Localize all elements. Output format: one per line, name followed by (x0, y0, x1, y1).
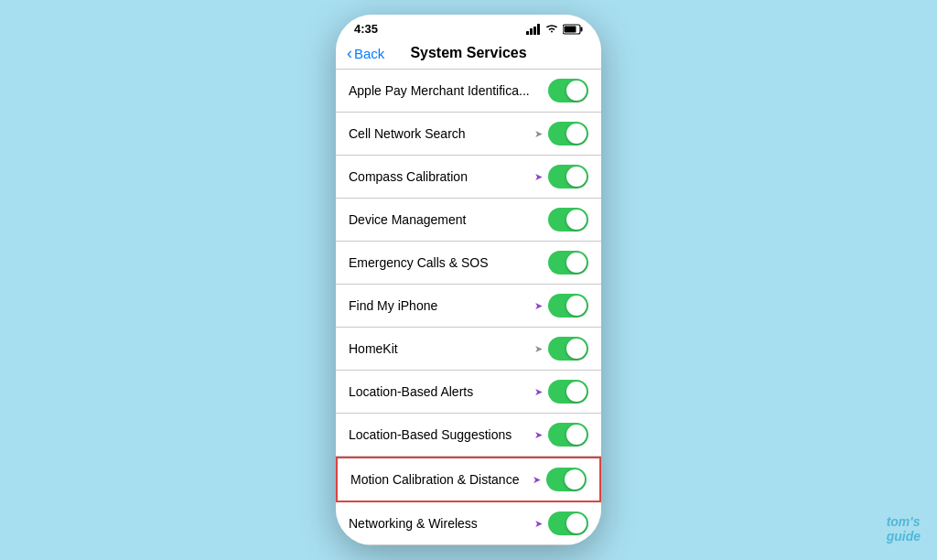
row-left-emergency: Emergency Calls & SOS (349, 255, 548, 270)
row-right-device (548, 208, 588, 232)
row-right-find: ➤ (534, 294, 588, 318)
location-arrow-purple-compass: ➤ (534, 171, 543, 183)
row-right-emergency (548, 251, 588, 275)
label-location-alerts: Location-Based Alerts (349, 384, 473, 399)
row-cell-network[interactable]: Cell Network Search ➤ (336, 113, 601, 156)
toggle-location-alerts[interactable] (548, 380, 588, 404)
label-cell-network: Cell Network Search (349, 126, 466, 141)
page-title: System Services (410, 45, 526, 61)
row-apple-pay[interactable]: Apple Pay Merchant Identifica... (336, 70, 601, 113)
toms-guide-watermark: tom's guide (887, 514, 921, 544)
svg-rect-6 (565, 26, 576, 32)
back-button[interactable]: ‹ Back (347, 45, 384, 61)
toggle-device-mgmt[interactable] (548, 208, 588, 232)
wifi-icon (545, 24, 558, 34)
row-right-cell: ➤ (534, 122, 588, 145)
row-left-find: Find My iPhone (349, 298, 534, 313)
settings-list: Apple Pay Merchant Identifica... Cell Ne… (336, 70, 601, 545)
row-left-suggestions: Location-Based Suggestions (349, 427, 534, 442)
row-location-suggestions[interactable]: Location-Based Suggestions ➤ (336, 414, 601, 457)
svg-rect-2 (533, 27, 536, 35)
row-left-device: Device Management (349, 212, 548, 227)
label-networking: Networking & Wireless (349, 516, 478, 531)
svg-rect-5 (581, 27, 583, 31)
row-left-apple-pay: Apple Pay Merchant Identifica... (349, 83, 548, 98)
row-right-networking: ➤ (534, 512, 588, 535)
row-left-homekit: HomeKit (349, 341, 534, 356)
row-homekit[interactable]: HomeKit ➤ (336, 328, 601, 371)
label-apple-pay: Apple Pay Merchant Identifica... (349, 83, 530, 98)
nav-bar: ‹ Back System Services (336, 39, 601, 70)
svg-rect-1 (530, 28, 533, 35)
watermark-text1: tom's (887, 514, 921, 529)
location-arrow-gray-cell: ➤ (534, 128, 543, 140)
row-location-alerts[interactable]: Location-Based Alerts ➤ (336, 371, 601, 414)
row-compass[interactable]: Compass Calibration ➤ (336, 156, 601, 199)
toggle-emergency[interactable] (548, 251, 588, 275)
location-arrow-purple-suggestions: ➤ (534, 429, 543, 441)
toggle-motion-calibration[interactable] (546, 468, 587, 491)
row-left-cell: Cell Network Search (349, 126, 534, 141)
row-left-motion: Motion Calibration & Distance (350, 472, 533, 487)
row-right-homekit: ➤ (534, 337, 588, 361)
location-arrow-purple-alerts: ➤ (534, 386, 543, 398)
back-chevron-icon: ‹ (347, 45, 352, 61)
row-right-apple-pay (548, 79, 588, 102)
phone-frame: 4:35 ‹ Bac (336, 15, 601, 545)
row-emergency[interactable]: Emergency Calls & SOS (336, 242, 601, 285)
settings-group-main: Apple Pay Merchant Identifica... Cell Ne… (336, 70, 601, 545)
row-right-alerts: ➤ (534, 380, 588, 404)
time-display: 4:35 (354, 22, 378, 36)
toggle-cell-network[interactable] (548, 122, 588, 145)
toggle-compass[interactable] (548, 165, 588, 188)
row-networking[interactable]: Networking & Wireless ➤ (336, 502, 601, 545)
location-arrow-purple-find: ➤ (534, 300, 543, 312)
label-motion-calibration: Motion Calibration & Distance (350, 472, 519, 487)
label-device-mgmt: Device Management (349, 212, 466, 227)
label-location-suggestions: Location-Based Suggestions (349, 427, 512, 442)
toggle-find-iphone[interactable] (548, 294, 588, 318)
label-homekit: HomeKit (349, 341, 398, 356)
label-find-iphone: Find My iPhone (349, 298, 437, 313)
watermark-text2: guide (887, 529, 921, 544)
row-right-suggestions: ➤ (534, 423, 588, 447)
battery-icon (563, 24, 583, 35)
label-emergency: Emergency Calls & SOS (349, 255, 489, 270)
location-arrow-purple-motion: ➤ (533, 474, 541, 486)
row-motion-calibration[interactable]: Motion Calibration & Distance ➤ (336, 457, 601, 502)
status-bar: 4:35 (336, 15, 601, 39)
toggle-location-suggestions[interactable] (548, 423, 588, 447)
location-arrow-gray-homekit: ➤ (534, 343, 543, 355)
row-right-motion: ➤ (533, 468, 587, 491)
signal-icon (526, 24, 541, 35)
row-left-networking: Networking & Wireless (349, 516, 534, 531)
back-label: Back (354, 46, 384, 61)
row-device-mgmt[interactable]: Device Management (336, 199, 601, 242)
row-find-iphone[interactable]: Find My iPhone ➤ (336, 285, 601, 328)
svg-rect-3 (537, 24, 540, 35)
status-icons (526, 24, 583, 35)
row-left-compass: Compass Calibration (349, 169, 534, 184)
toggle-networking[interactable] (548, 512, 588, 535)
toggle-homekit[interactable] (548, 337, 588, 361)
toggle-apple-pay[interactable] (548, 79, 588, 102)
label-compass: Compass Calibration (349, 169, 468, 184)
svg-rect-0 (526, 31, 529, 35)
row-left-alerts: Location-Based Alerts (349, 384, 534, 399)
location-arrow-purple-networking: ➤ (534, 518, 543, 530)
row-right-compass: ➤ (534, 165, 588, 188)
